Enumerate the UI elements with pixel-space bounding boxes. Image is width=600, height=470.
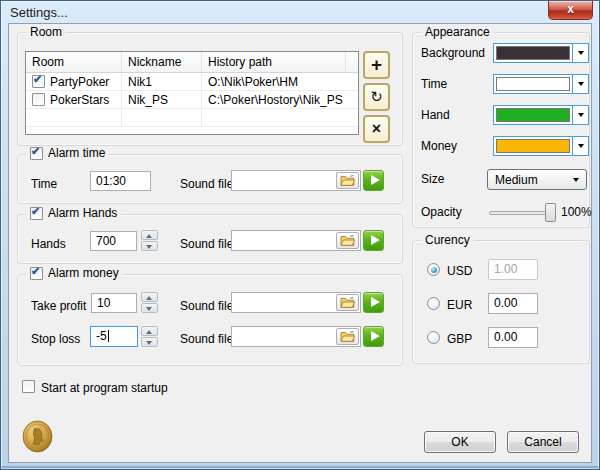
browse-sound-stop-loss-button[interactable] <box>336 328 359 345</box>
table-row[interactable]: PokerStars Nik_PS C:\Poker\Hostory\Nik_P… <box>26 91 358 109</box>
plus-icon: + <box>371 54 382 76</box>
appearance-group: Appearance Background Time Hand Money <box>412 32 590 228</box>
size-label: Size <box>421 172 444 186</box>
stop-loss-spin-down-button[interactable] <box>141 337 158 347</box>
chevron-down-icon <box>573 178 579 182</box>
row-checkbox-partypoker[interactable]: ✔ <box>32 75 45 88</box>
column-header-nickname[interactable]: Nickname <box>122 52 202 72</box>
hands-field[interactable]: 700 <box>90 231 137 251</box>
folder-open-icon <box>340 235 355 246</box>
alarm-time-checkbox[interactable]: ✔ <box>30 147 43 160</box>
dropdown-arrow-button[interactable] <box>572 75 588 93</box>
room-nickname: Nik_PS <box>122 91 202 108</box>
usd-radio[interactable] <box>427 263 440 276</box>
browse-sound-hands-button[interactable] <box>336 232 359 249</box>
cancel-button[interactable]: Cancel <box>507 431 579 453</box>
hand-color-swatch <box>496 108 570 122</box>
take-profit-spin-up-button[interactable] <box>141 292 158 302</box>
dropdown-arrow-button[interactable] <box>572 137 588 155</box>
check-icon: ✔ <box>31 145 40 158</box>
money-color-label: Money <box>421 139 457 153</box>
usd-rate-field: 1.00 <box>488 259 538 280</box>
take-profit-label: Take profit <box>31 299 86 313</box>
check-icon: ✔ <box>31 205 40 218</box>
time-color-label: Time <box>421 77 447 91</box>
take-profit-spin-down-button[interactable] <box>141 303 158 313</box>
take-profit-field[interactable]: 10 <box>91 293 137 313</box>
currency-group-label: Curency <box>421 233 474 247</box>
usd-label: USD <box>447 264 472 278</box>
background-label: Background <box>421 46 485 60</box>
delete-room-button[interactable]: × <box>363 115 390 143</box>
gold-coin-logo <box>22 420 53 453</box>
time-color-dropdown[interactable] <box>493 74 589 94</box>
size-dropdown[interactable]: Medium <box>487 169 587 190</box>
table-row-empty <box>26 109 358 127</box>
play-sound-stop-loss-button[interactable] <box>363 326 384 347</box>
alarm-hands-group: ✔ Alarm Hands Hands 700 Sound file <box>17 214 403 264</box>
browse-sound-take-profit-button[interactable] <box>336 294 359 311</box>
background-color-swatch <box>496 46 570 60</box>
close-button[interactable]: x <box>548 1 593 20</box>
hands-spin-up-button[interactable] <box>141 230 158 240</box>
play-sound-time-button[interactable] <box>363 170 384 191</box>
background-color-dropdown[interactable] <box>493 43 589 63</box>
hand-color-label: Hand <box>421 108 450 122</box>
gbp-radio[interactable] <box>427 331 440 344</box>
room-table: Room Nickname History path ✔ PartyPoker … <box>25 51 359 135</box>
check-icon: ✔ <box>33 73 42 86</box>
room-history-path: C:\Poker\Hostory\Nik_PS <box>202 91 358 108</box>
dropdown-arrow-button[interactable] <box>572 106 588 124</box>
opacity-value: 100% <box>561 205 592 219</box>
eur-rate-field[interactable]: 0.00 <box>488 293 538 314</box>
gbp-rate-field[interactable]: 0.00 <box>488 327 538 348</box>
appearance-group-label: Appearance <box>421 25 494 39</box>
stop-loss-field[interactable]: -5 <box>90 326 138 347</box>
column-header-history-path[interactable]: History path <box>202 52 346 72</box>
sound-file-label: Sound file <box>180 332 233 346</box>
startup-checkbox[interactable] <box>22 380 35 393</box>
window-title: Settings... <box>10 5 68 20</box>
alarm-hands-label: Alarm Hands <box>48 206 117 220</box>
hands-label: Hands <box>31 237 66 251</box>
chevron-down-icon <box>578 51 584 55</box>
eur-radio[interactable] <box>427 297 440 310</box>
room-nickname: Nik1 <box>122 73 202 90</box>
column-header-gutter <box>346 52 358 72</box>
chevron-down-icon <box>578 144 584 148</box>
add-room-button[interactable]: + <box>363 51 390 79</box>
refresh-rooms-button[interactable]: ↻ <box>363 83 390 111</box>
table-row[interactable]: ✔ PartyPoker Nik1 O:\Nik\Poker\HM <box>26 73 358 91</box>
room-history-path: O:\Nik\Poker\HM <box>202 73 358 90</box>
play-sound-hands-button[interactable] <box>363 230 384 251</box>
room-group: Room Room Nickname History path ✔ PartyP… <box>17 32 403 146</box>
alarm-hands-checkbox[interactable]: ✔ <box>30 207 43 220</box>
sound-file-label: Sound file <box>180 237 233 251</box>
folder-open-icon <box>340 297 355 308</box>
alarm-time-group: ✔ Alarm time Time 01:30 Sound file <box>17 154 403 204</box>
opacity-slider-thumb[interactable] <box>545 203 556 222</box>
folder-open-icon <box>340 175 355 186</box>
play-sound-take-profit-button[interactable] <box>363 292 384 313</box>
money-color-dropdown[interactable] <box>493 136 589 156</box>
ok-button[interactable]: OK <box>424 431 496 453</box>
browse-sound-time-button[interactable] <box>336 172 359 189</box>
hand-color-dropdown[interactable] <box>493 105 589 125</box>
eur-label: EUR <box>447 298 472 312</box>
dropdown-arrow-button[interactable] <box>572 44 588 62</box>
room-name: PokerStars <box>50 93 109 107</box>
alarm-money-checkbox[interactable]: ✔ <box>30 267 43 280</box>
room-group-label: Room <box>26 25 66 39</box>
sound-file-label: Sound file <box>180 299 233 313</box>
close-icon: x <box>567 2 574 16</box>
settings-dialog: Settings... x Room Room Nickname History… <box>0 0 600 470</box>
opacity-slider-track[interactable] <box>489 211 553 215</box>
column-header-room[interactable]: Room <box>26 52 122 72</box>
stop-loss-spin-up-button[interactable] <box>141 326 158 336</box>
hands-spin-down-button[interactable] <box>141 241 158 251</box>
row-checkbox-pokerstars[interactable] <box>32 93 45 106</box>
alarm-time-label: Alarm time <box>48 146 105 160</box>
title-bar[interactable]: Settings... x <box>1 1 599 23</box>
time-field[interactable]: 01:30 <box>90 171 151 191</box>
delete-icon: × <box>372 120 381 138</box>
